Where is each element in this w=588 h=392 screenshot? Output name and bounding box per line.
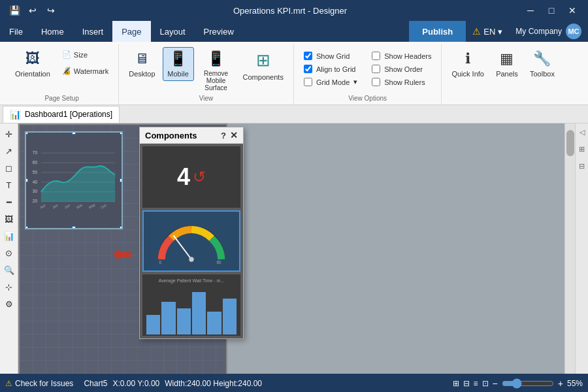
align-to-grid-option[interactable]: Align to Grid (299, 63, 362, 75)
components-panel: Components ? ✕ 4 ↺ (139, 127, 244, 339)
chart-widget[interactable]: 70 60 50 40 30 20 (25, 131, 123, 229)
toolbox-button[interactable]: 🔧 Toolbox (525, 47, 559, 81)
zoom-slider[interactable] (502, 378, 554, 389)
view-options-row: Show Grid Align to Grid Grid Mode ▾ Show… (299, 47, 436, 91)
orientation-icon: 🖼 (25, 50, 40, 67)
show-grid-option[interactable]: Show Grid (299, 50, 362, 62)
lasso-tool[interactable]: ⊹ (1, 279, 17, 295)
panels-button[interactable]: ▦ Panels (491, 47, 523, 81)
orientation-button[interactable]: 🖼 Orientation (10, 47, 55, 81)
grid-mode-checkbox[interactable] (304, 78, 312, 86)
components-button[interactable]: ⊞ Components (238, 47, 288, 84)
check-issues-btn[interactable]: ⚠ Check for Issues (5, 379, 73, 388)
save-btn[interactable]: 💾 (7, 3, 22, 18)
status-right: ⊞ ⊟ ≡ ⊡ − + 55% (453, 378, 583, 389)
menu-layout[interactable]: Layout (151, 21, 195, 42)
select-tool[interactable]: ✛ (1, 126, 17, 142)
menu-page[interactable]: Page (112, 21, 150, 42)
menu-file[interactable]: File (0, 21, 32, 42)
grid-view-btn[interactable]: ⊟ (463, 379, 470, 388)
list-view-btn[interactable]: ≡ (474, 379, 478, 388)
components-icon: ⊞ (256, 50, 270, 71)
text-tool[interactable]: T (1, 177, 17, 193)
zoom-tool[interactable]: 🔍 (1, 262, 17, 278)
page-layout-btn[interactable]: ⊞ (453, 379, 459, 388)
barchart-widget-preview: Average Patient Wait Time - m... (144, 276, 239, 335)
chart-tool[interactable]: 📊 (1, 228, 17, 244)
status-size: Width:240.00 Height:240.00 (165, 379, 262, 388)
company-selector[interactable]: My Company MC (509, 21, 588, 42)
language-selector[interactable]: ⚠ EN ▾ (466, 21, 509, 42)
zoom-fit-btn[interactable]: ⊡ (482, 379, 489, 388)
maximize-btn[interactable]: □ (542, 3, 561, 18)
menu-insert[interactable]: Insert (73, 21, 113, 42)
number-value: 4 (177, 163, 190, 191)
menu-preview[interactable]: Preview (195, 21, 243, 42)
show-rulers-option[interactable]: Show Rulers (367, 76, 436, 88)
window-controls: ─ □ ✕ (521, 3, 581, 18)
size-button[interactable]: 📄 Size (57, 47, 113, 62)
undo-btn[interactable]: ↩ (25, 3, 41, 18)
ribbon-group-page-setup: 🖼 Orientation 📄 Size 🔏 Watermark Page Se… (5, 44, 119, 105)
quick-info-button[interactable]: ℹ Quick Info (447, 47, 489, 81)
watermark-button[interactable]: 🔏 Watermark (57, 63, 113, 78)
svg-point-19 (189, 257, 193, 261)
right-panel: ◁ ⊞ ⊟ (575, 123, 588, 374)
svg-text:40: 40 (33, 180, 38, 184)
svg-text:60: 60 (33, 160, 38, 165)
bar-3 (177, 308, 191, 335)
show-headers-option[interactable]: Show Headers (367, 50, 436, 62)
publish-button[interactable]: Publish (409, 21, 466, 42)
close-panel-button[interactable]: ✕ (230, 130, 238, 140)
dashboard-icon: 📊 (10, 109, 21, 120)
show-order-option[interactable]: Show Order (367, 63, 436, 75)
zoom-in-btn[interactable]: + (558, 378, 563, 389)
menu-bar: File Home Insert Page Layout Preview Pub… (0, 21, 588, 42)
gauge-tool[interactable]: ⊙ (1, 245, 17, 261)
title-bar: 💾 ↩ ↪ Operations KPI.mrt - Designer ─ □ … (0, 0, 588, 21)
image-tool[interactable]: 🖼 (1, 211, 17, 227)
close-btn[interactable]: ✕ (563, 3, 581, 18)
gauge-component-item[interactable]: 0 60 (142, 210, 240, 272)
ribbon-group-view-options: Show Grid Align to Grid Grid Mode ▾ Show… (294, 44, 442, 105)
scroll-thumb[interactable] (566, 130, 574, 156)
remove-mobile-button[interactable]: 📱 Remove Mobile Surface (197, 47, 236, 95)
show-rulers-checkbox[interactable] (372, 78, 380, 86)
drag-arrow: ⬅ (112, 240, 132, 268)
grid-mode-option[interactable]: Grid Mode ▾ (299, 76, 362, 88)
mobile-button[interactable]: 📱 Mobile (163, 47, 194, 81)
grid-options: Show Grid Align to Grid Grid Mode ▾ (299, 47, 362, 91)
settings-tool[interactable]: ⚙ (1, 296, 17, 312)
svg-text:0: 0 (159, 260, 162, 265)
ribbon-row-1: 🖼 Orientation 📄 Size 🔏 Watermark (10, 47, 113, 81)
shape-tool[interactable]: ◻ (1, 160, 17, 176)
vertical-scrollbar[interactable] (564, 123, 575, 374)
properties-toggle[interactable]: ◁ (576, 126, 588, 138)
zoom-out-btn[interactable]: − (493, 378, 498, 389)
minimize-btn[interactable]: ─ (521, 3, 540, 18)
expand-btn[interactable]: ⊞ (576, 143, 588, 155)
number-component-item[interactable]: 4 ↺ (142, 146, 240, 208)
panels-row: ℹ Quick Info ▦ Panels 🔧 Toolbox (447, 47, 559, 81)
redo-btn[interactable]: ↪ (43, 3, 59, 18)
line-tool[interactable]: ━ (1, 194, 17, 210)
tab-dashboard1[interactable]: 📊 Dashboard1 [Operations] (3, 106, 120, 123)
help-button[interactable]: ? (221, 131, 226, 140)
desktop-button[interactable]: 🖥 Desktop (124, 47, 159, 81)
arrow-tool[interactable]: ↗ (1, 143, 17, 159)
barchart-component-item[interactable]: Average Patient Wait Time - m... (142, 274, 240, 336)
gauge-svg: 0 60 (155, 217, 227, 266)
collapse-btn[interactable]: ⊟ (576, 160, 588, 172)
canvas-area[interactable]: 70 60 50 40 30 20 (18, 123, 564, 374)
chart-svg: 70 60 50 40 30 20 (31, 138, 116, 223)
show-grid-checkbox[interactable] (304, 52, 312, 60)
show-headers-checkbox[interactable] (372, 52, 380, 60)
show-order-checkbox[interactable] (372, 65, 380, 73)
desktop-icon: 🖥 (135, 50, 149, 67)
warning-icon: ⚠ (472, 26, 481, 37)
svg-text:Mar: Mar (76, 203, 83, 209)
align-grid-checkbox[interactable] (304, 65, 312, 73)
svg-text:30: 30 (33, 189, 38, 194)
title-bar-left: 💾 ↩ ↪ (7, 3, 59, 18)
menu-home[interactable]: Home (32, 21, 73, 42)
